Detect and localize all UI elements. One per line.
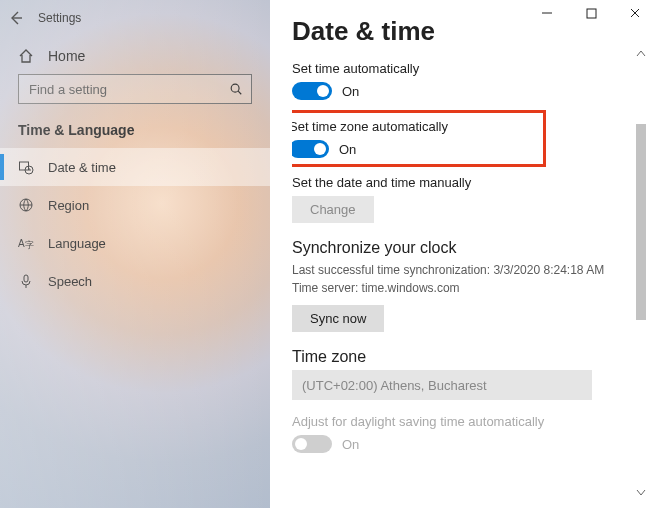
scroll-down-icon[interactable] bbox=[634, 486, 648, 500]
arrow-left-icon bbox=[8, 10, 24, 26]
svg-text:字: 字 bbox=[25, 240, 34, 250]
timezone-heading: Time zone bbox=[292, 348, 624, 366]
sidebar-home-label: Home bbox=[48, 48, 85, 64]
svg-rect-7 bbox=[24, 275, 28, 282]
sidebar-item-label: Region bbox=[48, 198, 89, 213]
dst-state: On bbox=[342, 437, 359, 452]
home-icon bbox=[18, 48, 34, 64]
sidebar: Settings Home Time & Language bbox=[0, 0, 270, 508]
search-input[interactable] bbox=[18, 74, 252, 104]
minimize-icon bbox=[541, 7, 553, 19]
sidebar-item-region[interactable]: Region bbox=[0, 186, 270, 224]
timezone-select[interactable]: (UTC+02:00) Athens, Bucharest bbox=[292, 370, 592, 400]
set-tz-auto-state: On bbox=[339, 142, 356, 157]
sidebar-item-label: Language bbox=[48, 236, 106, 251]
timezone-value: (UTC+02:00) Athens, Bucharest bbox=[302, 378, 487, 393]
scrollbar[interactable] bbox=[634, 60, 648, 498]
sidebar-item-language[interactable]: A字 Language bbox=[0, 224, 270, 262]
sidebar-home[interactable]: Home bbox=[18, 40, 252, 74]
main-content: Date & time Set time automatically On Se… bbox=[270, 0, 648, 508]
sync-last: Last successful time synchronization: 3/… bbox=[292, 261, 624, 279]
maximize-icon bbox=[586, 8, 597, 19]
svg-text:A: A bbox=[18, 238, 25, 249]
language-icon: A字 bbox=[18, 235, 34, 251]
sidebar-item-date-time[interactable]: Date & time bbox=[0, 148, 270, 186]
globe-icon bbox=[18, 197, 34, 213]
scrollbar-thumb[interactable] bbox=[636, 124, 646, 320]
sidebar-item-label: Speech bbox=[48, 274, 92, 289]
search-icon bbox=[229, 82, 243, 96]
clock-calendar-icon bbox=[18, 159, 34, 175]
sync-heading: Synchronize your clock bbox=[292, 239, 624, 257]
scroll-up-icon[interactable] bbox=[634, 46, 648, 60]
sidebar-item-label: Date & time bbox=[48, 160, 116, 175]
change-button[interactable]: Change bbox=[292, 196, 374, 223]
dst-toggle bbox=[292, 435, 332, 453]
window-title: Settings bbox=[38, 11, 81, 25]
sync-now-button[interactable]: Sync now bbox=[292, 305, 384, 332]
sidebar-item-speech[interactable]: Speech bbox=[0, 262, 270, 300]
maximize-button[interactable] bbox=[582, 4, 600, 22]
close-button[interactable] bbox=[626, 4, 644, 22]
set-tz-auto-toggle[interactable] bbox=[292, 140, 329, 158]
minimize-button[interactable] bbox=[538, 4, 556, 22]
sync-server: Time server: time.windows.com bbox=[292, 279, 624, 297]
set-time-auto-toggle[interactable] bbox=[292, 82, 332, 100]
set-time-auto-state: On bbox=[342, 84, 359, 99]
set-time-auto-label: Set time automatically bbox=[292, 61, 624, 76]
search-field[interactable] bbox=[27, 81, 229, 98]
sidebar-section-title: Time & Language bbox=[18, 122, 252, 138]
highlight-box: Set time zone automatically On bbox=[292, 110, 546, 167]
back-button[interactable] bbox=[6, 8, 26, 28]
close-icon bbox=[629, 7, 641, 19]
svg-point-0 bbox=[231, 84, 239, 92]
svg-rect-9 bbox=[587, 9, 596, 18]
svg-line-1 bbox=[238, 91, 241, 94]
manual-label: Set the date and time manually bbox=[292, 175, 624, 190]
set-tz-auto-label: Set time zone automatically bbox=[292, 119, 533, 134]
dst-label: Adjust for daylight saving time automati… bbox=[292, 414, 624, 429]
microphone-icon bbox=[18, 273, 34, 289]
